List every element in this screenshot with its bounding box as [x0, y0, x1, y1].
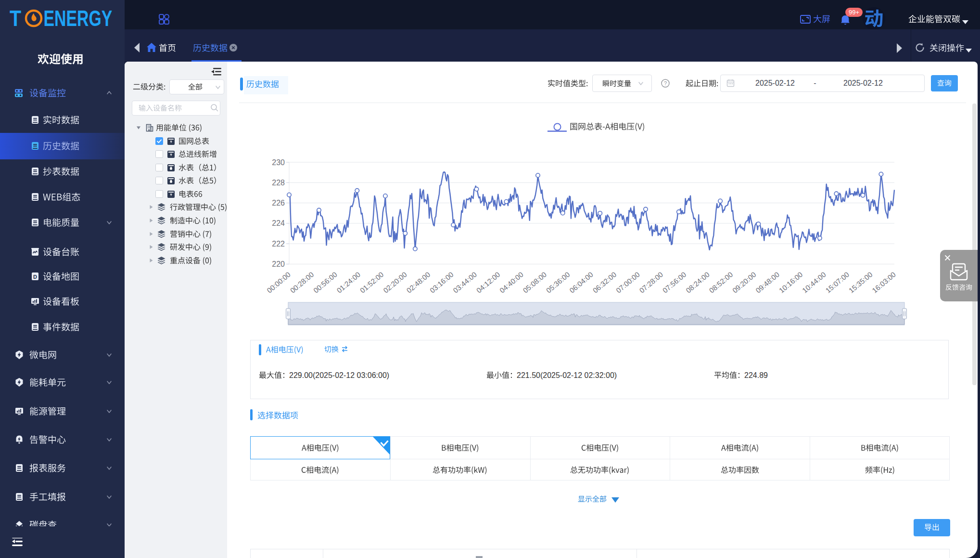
- svg-text:230: 230: [272, 158, 285, 167]
- svg-text:06:32:00: 06:32:00: [591, 270, 618, 295]
- svg-text:05:08:00: 05:08:00: [521, 270, 548, 295]
- svg-text:?: ?: [664, 80, 667, 86]
- svg-text:00:28:00: 00:28:00: [289, 270, 316, 295]
- svg-text:00:56:00: 00:56:00: [312, 270, 339, 295]
- svg-text:D: D: [33, 274, 37, 280]
- svg-text:220: 220: [272, 260, 285, 268]
- svg-text:15:35:00: 15:35:00: [847, 270, 874, 295]
- svg-text:07:56:00: 07:56:00: [661, 270, 688, 295]
- svg-text:15:07:00: 15:07:00: [824, 270, 851, 295]
- svg-text:09:20:00: 09:20:00: [731, 270, 758, 295]
- svg-text:228: 228: [272, 179, 285, 187]
- svg-text:16:03:00: 16:03:00: [870, 270, 897, 295]
- svg-text:04:40:00: 04:40:00: [498, 270, 525, 295]
- svg-text:224: 224: [272, 219, 285, 227]
- svg-text:07:28:00: 07:28:00: [637, 270, 664, 295]
- svg-text:T: T: [10, 6, 22, 31]
- svg-text:08:52:00: 08:52:00: [708, 270, 735, 295]
- svg-text:08:24:00: 08:24:00: [684, 270, 711, 295]
- svg-text:02:20:00: 02:20:00: [382, 270, 408, 295]
- svg-text:07:00:00: 07:00:00: [614, 270, 641, 295]
- svg-text:04:12:00: 04:12:00: [475, 270, 502, 295]
- svg-text:226: 226: [272, 199, 285, 207]
- svg-text:ENERGY: ENERGY: [44, 6, 113, 31]
- svg-text:02:48:00: 02:48:00: [405, 270, 432, 295]
- svg-text:09:48:00: 09:48:00: [754, 270, 781, 295]
- svg-text:05:36:00: 05:36:00: [545, 270, 572, 295]
- svg-text:03:44:00: 03:44:00: [451, 270, 478, 295]
- svg-text:06:04:00: 06:04:00: [568, 270, 595, 295]
- svg-text:10:44:00: 10:44:00: [801, 270, 827, 295]
- svg-text:01:52:00: 01:52:00: [358, 270, 385, 295]
- svg-text:222: 222: [272, 240, 285, 248]
- svg-text:01:24:00: 01:24:00: [335, 270, 362, 295]
- svg-text:10:16:00: 10:16:00: [777, 270, 804, 295]
- svg-text:03:16:00: 03:16:00: [428, 270, 455, 295]
- svg-text:00:00:00: 00:00:00: [265, 270, 292, 295]
